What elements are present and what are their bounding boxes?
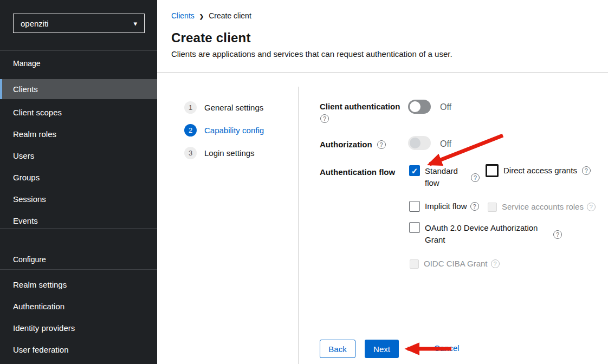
wizard-step-capability-config[interactable]: 2 Capability config — [184, 124, 264, 136]
help-icon[interactable]: ? — [582, 166, 591, 175]
sidebar-item-label: Realm settings — [13, 280, 67, 289]
step-number-badge: 3 — [184, 147, 197, 159]
realm-selector[interactable]: openziti ▾ — [13, 14, 145, 33]
breadcrumb-clients-link[interactable]: Clients — [171, 11, 195, 20]
sidebar-divider — [0, 269, 157, 270]
sidebar-item-realm-settings[interactable]: Realm settings — [0, 275, 157, 295]
sidebar-divider — [0, 50, 157, 51]
sidebar: openziti ▾ Manage Clients Client scopes … — [0, 0, 157, 364]
help-icon[interactable]: ? — [553, 230, 562, 239]
help-icon[interactable]: ? — [587, 203, 596, 211]
direct-access-grants-label[interactable]: Direct access grants — [503, 165, 577, 177]
step-label: Login settings — [204, 148, 255, 158]
cancel-link[interactable]: Cancel — [434, 343, 460, 353]
check-icon: ✓ — [411, 167, 418, 175]
header-divider — [157, 72, 608, 73]
help-icon[interactable]: ? — [320, 114, 329, 123]
sidebar-item-label: Identity providers — [13, 323, 75, 333]
authorization-state: Off — [440, 139, 451, 149]
sidebar-item-client-scopes[interactable]: Client scopes — [0, 102, 157, 122]
help-icon[interactable]: ? — [471, 173, 480, 182]
client-authentication-state: Off — [440, 102, 451, 112]
toggle-knob — [410, 101, 421, 112]
sidebar-item-sessions[interactable]: Sessions — [0, 189, 157, 209]
sidebar-item-users[interactable]: Users — [0, 146, 157, 166]
next-button[interactable]: Next — [365, 340, 399, 358]
sidebar-item-label: Clients — [13, 84, 38, 94]
step-label: General settings — [204, 103, 263, 112]
implicit-flow-checkbox[interactable] — [409, 201, 420, 212]
oidc-ciba-grant-checkbox — [410, 259, 419, 269]
sidebar-item-groups[interactable]: Groups — [0, 167, 157, 187]
option-standard-flow: ✓ Standard flow — [409, 165, 474, 189]
sidebar-item-authentication[interactable]: Authentication — [0, 296, 157, 316]
sidebar-item-label: Events — [13, 216, 38, 225]
step-number-badge: 2 — [184, 124, 197, 136]
caret-down-icon: ▾ — [133, 20, 137, 27]
client-authentication-toggle[interactable] — [408, 100, 431, 114]
option-service-accounts-roles: Service accounts roles ? — [488, 201, 596, 213]
breadcrumb: Clients ❯ Create client — [171, 11, 251, 20]
create-client-page: openziti ▾ Manage Clients Client scopes … — [0, 0, 608, 364]
realm-selector-value: openziti — [21, 19, 49, 28]
authentication-flow-label: Authentication flow — [320, 167, 395, 177]
sidebar-item-label: Groups — [13, 173, 40, 182]
breadcrumb-current: Create client — [209, 11, 251, 20]
direct-access-grants-checkbox[interactable] — [486, 164, 499, 177]
standard-flow-checkbox[interactable]: ✓ — [409, 165, 420, 176]
authorization-label: Authorization — [320, 140, 372, 149]
authorization-toggle[interactable] — [408, 136, 431, 150]
option-oidc-ciba-grant: OIDC CIBA Grant ? — [410, 258, 500, 270]
sidebar-section-configure: Configure — [13, 255, 46, 264]
service-accounts-roles-label: Service accounts roles — [502, 201, 584, 213]
back-button[interactable]: Back — [320, 340, 355, 358]
page-title: Create client — [171, 30, 251, 46]
oauth-device-grant-checkbox[interactable] — [409, 222, 420, 233]
wizard-step-general-settings[interactable]: 1 General settings — [184, 101, 263, 114]
sidebar-section-manage: Manage — [13, 59, 41, 68]
oidc-ciba-grant-label: OIDC CIBA Grant — [424, 258, 488, 270]
sidebar-item-label: Realm roles — [13, 129, 56, 139]
sidebar-item-clients[interactable]: Clients — [0, 79, 157, 99]
toggle-knob — [410, 138, 421, 148]
sidebar-item-realm-roles[interactable]: Realm roles — [0, 124, 157, 144]
step-number-badge: 1 — [184, 101, 197, 114]
sidebar-item-label: Users — [13, 151, 34, 160]
option-implicit-flow: Implicit flow ? — [409, 200, 479, 212]
wizard-step-login-settings[interactable]: 3 Login settings — [184, 147, 255, 159]
client-authentication-label: Client authentication — [320, 102, 400, 111]
option-oauth-device-grant: OAuth 2.0 Device Authorization Grant — [409, 222, 552, 246]
sidebar-divider — [0, 228, 157, 229]
help-icon[interactable]: ? — [491, 259, 500, 268]
authorization-label-row: Authorization ? — [320, 140, 386, 149]
help-icon[interactable]: ? — [470, 202, 479, 211]
page-subtitle: Clients are applications and services th… — [171, 49, 452, 58]
sidebar-item-label: Sessions — [13, 194, 46, 204]
sidebar-item-label: User federation — [13, 345, 69, 354]
implicit-flow-label[interactable]: Implicit flow — [425, 200, 467, 212]
sidebar-item-identity-providers[interactable]: Identity providers — [0, 318, 157, 338]
sidebar-item-label: Authentication — [13, 302, 64, 311]
standard-flow-label[interactable]: Standard flow — [425, 165, 474, 189]
help-icon[interactable]: ? — [377, 140, 386, 149]
chevron-right-icon: ❯ — [199, 14, 204, 20]
sidebar-item-user-federation[interactable]: User federation — [0, 340, 157, 360]
step-label: Capability config — [204, 126, 264, 135]
wizard-panel-divider — [298, 87, 299, 364]
service-accounts-roles-checkbox — [488, 203, 497, 212]
option-direct-access-grants: Direct access grants ? — [486, 164, 591, 177]
oauth-device-grant-label[interactable]: OAuth 2.0 Device Authorization Grant — [425, 222, 552, 246]
sidebar-item-label: Client scopes — [13, 108, 62, 117]
